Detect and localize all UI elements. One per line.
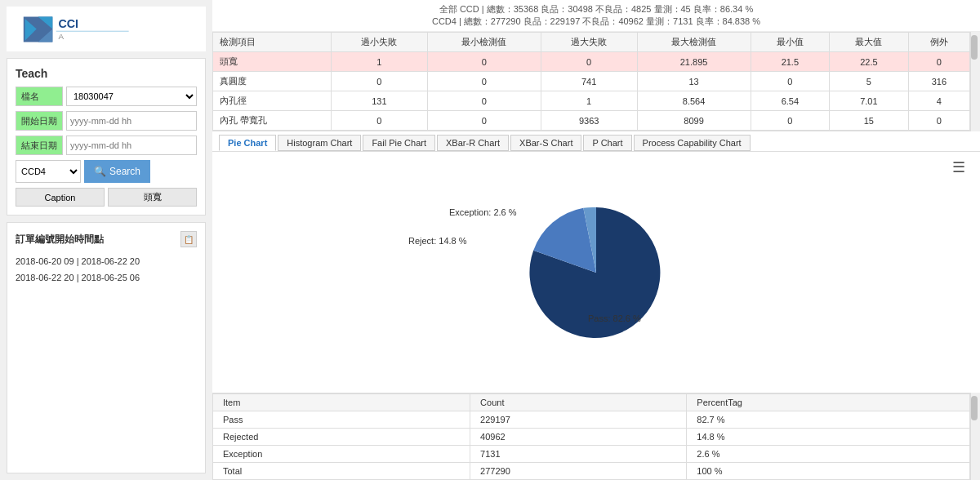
teach-title: Teach [16,67,197,80]
ccd-select[interactable]: CCD4 CCD1 CCD2 CCD3 [16,160,81,183]
table-cell-v4: 8.564 [637,91,751,111]
table-cell-v5: 21.5 [751,52,830,72]
logo-area: CCI A [7,7,206,51]
start-date-label: 開始日期 [16,111,63,131]
teach-panel: Teach 檔名 18030047 開始日期 結束日期 CCD4 [7,58,206,216]
order-title-text: 訂單編號開始時間點 [16,233,104,247]
file-row: 檔名 18030047 [16,87,197,106]
search-label: Search [109,166,140,177]
table-cell-v3: 741 [541,72,637,91]
result-table-row: Pass22919782.7 % [213,411,970,429]
table-cell-v2: 0 [427,72,541,91]
chart-tab-xbar-s-chart[interactable]: XBar-S Chart [510,135,581,151]
result-table-section: Item Count PercentTag Pass22919782.7 %Re… [212,393,980,480]
result-col-count: Count [470,394,687,411]
result-col-item: Item [213,394,470,411]
table-cell-v6: 15 [830,111,909,131]
date2-end: 2018-06-25 06 [82,273,140,282]
table-cell-v5: 0 [751,72,830,91]
result-scrollbar-thumb [971,396,978,420]
stats-line1: 全部 CCD | 總數：35368 良品：30498 不良品：4825 量測：4… [219,3,973,16]
result-cell-pct: 2.6 % [687,446,970,463]
pie-container: Reject: 14.8 % Exception: 2.6 % Pass: 82… [474,191,719,354]
table-row: 內孔徑131018.5646.547.014 [213,91,970,111]
table-cell-v4: 21.895 [637,52,751,72]
date1-start: 2018-06-20 09 [16,256,74,266]
result-cell-pct: 14.8 % [687,429,970,446]
table-header-row: 檢測項目 過小失敗 最小檢測值 過大失敗 最大檢測值 最小值 最大值 例外 [213,33,970,52]
pie-labels-container: Reject: 14.8 % Exception: 2.6 % Pass: 82… [408,191,735,354]
chart-tab-xbar-r-chart[interactable]: XBar-R Chart [437,135,509,151]
col-header-v6: 最大值 [830,33,909,52]
end-date-row: 結束日期 [16,136,197,155]
table-scrollbar[interactable] [970,32,980,131]
exception-label: Exception: 2.6 % [449,207,517,217]
col-header-name: 檢測項目 [213,33,332,52]
col-header-v2: 最小檢測值 [427,33,541,52]
table-cell-v7: 316 [908,72,969,91]
result-cell-count: 277290 [470,463,687,480]
scrollbar-thumb [971,35,978,60]
date2-start: 2018-06-22 20 [16,273,74,282]
chart-tab-fail-pie-chart[interactable]: Fail Pie Chart [363,135,435,151]
table-cell-name: 內孔 帶寬孔 [213,111,332,131]
result-cell-item: Rejected [213,429,470,446]
file-select[interactable]: 18030047 [66,87,197,106]
table-cell-v5: 0 [751,111,830,131]
result-col-pct: PercentTag [687,394,970,411]
pass-label: Pass: 82.6 % [588,313,641,323]
col-header-v1: 過小失敗 [331,33,427,52]
col-header-v4: 最大檢測值 [637,33,751,52]
search-button[interactable]: 🔍 Search [84,160,150,183]
result-cell-item: Exception [213,446,470,463]
order-dates: 2018-06-20 09 | 2018-06-22 20 2018-06-22… [16,254,197,287]
chart-tab-pie-chart[interactable]: Pie Chart [219,135,276,151]
end-date-label: 結束日期 [16,136,63,155]
stats-line2: CCD4 | 總數：277290 良品：229197 不良品：40962 量測：… [219,16,973,28]
result-table: Item Count PercentTag Pass22919782.7 %Re… [212,393,970,480]
chart-tab-process-capability-chart[interactable]: Process Capability Chart [634,135,751,151]
table-cell-v2: 0 [427,52,541,72]
chart-tab-histogram-chart[interactable]: Histogram Chart [278,135,361,151]
table-cell-v7: 0 [908,111,969,131]
table-cell-v3: 9363 [541,111,637,131]
table-cell-name: 內孔徑 [213,91,332,111]
caption-row: Caption 頭寬 [16,188,197,207]
data-table-section: 檢測項目 過小失敗 最小檢測值 過大失敗 最大檢測值 最小值 最大值 例外 [212,32,980,131]
table-cell-v2: 0 [427,111,541,131]
result-table-row: Exception71312.6 % [213,446,970,463]
start-date-input[interactable] [66,111,197,131]
table-cell-name: 頭寬 [213,52,332,72]
table-cell-v4: 13 [637,72,751,91]
order-title: 訂單編號開始時間點 📋 [16,231,197,247]
result-cell-count: 40962 [470,429,687,446]
result-cell-item: Total [213,463,470,480]
chart-area: Reject: 14.8 % Exception: 2.6 % Pass: 82… [212,152,980,393]
chart-tab-p-chart[interactable]: P Chart [583,135,631,151]
search-row: CCD4 CCD1 CCD2 CCD3 🔍 Search [16,160,197,183]
file-label: 檔名 [16,87,63,106]
result-scrollbar[interactable] [970,393,980,480]
result-header-row: Item Count PercentTag [213,394,970,411]
order-icon-button[interactable]: 📋 [180,231,197,247]
table-cell-v1: 131 [331,91,427,111]
search-icon: 🔍 [94,166,106,177]
menu-icon[interactable]: ☰ [952,160,965,175]
table-cell-name: 真圓度 [213,72,332,91]
order-panel: 訂單編號開始時間點 📋 2018-06-20 09 | 2018-06-22 2… [7,222,206,473]
svg-text:CCI: CCI [58,16,78,29]
end-date-input[interactable] [66,136,197,155]
table-cell-v2: 0 [427,91,541,111]
svg-text:A: A [58,32,64,41]
chan-button[interactable]: 頭寬 [108,188,197,207]
reject-label: Reject: 14.8 % [408,236,467,246]
table-cell-v1: 0 [331,111,427,131]
table-row: 頭寬10021.89521.522.50 [213,52,970,72]
result-cell-pct: 100 % [687,463,970,480]
result-table-row: Total277290100 % [213,463,970,480]
caption-button[interactable]: Caption [16,188,105,207]
date1-end: 2018-06-22 20 [82,256,140,266]
table-row: 真圓度007411305316 [213,72,970,91]
table-cell-v3: 0 [541,52,637,72]
result-cell-count: 229197 [470,411,687,429]
